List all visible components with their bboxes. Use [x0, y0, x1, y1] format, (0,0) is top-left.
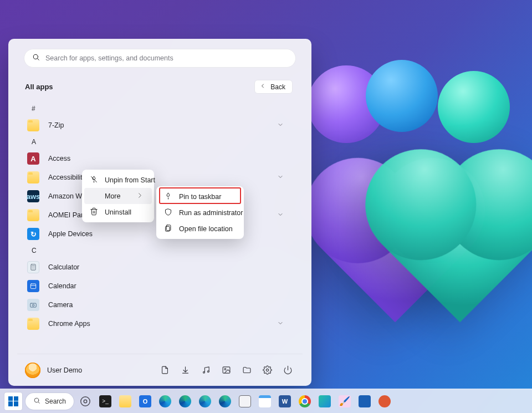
- tb-chrome[interactable]: [296, 393, 313, 410]
- settings-icon[interactable]: [263, 365, 272, 375]
- unpin-icon: [90, 175, 98, 185]
- file-explorer-icon[interactable]: [242, 365, 252, 375]
- start-search[interactable]: [24, 49, 296, 68]
- calculator-icon: [27, 261, 39, 273]
- app-chrome-apps[interactable]: Chrome Apps: [24, 314, 296, 333]
- ctx-label: Pin to taskbar: [179, 193, 221, 201]
- chevron-down-icon: [277, 172, 284, 182]
- tb-edge-3[interactable]: [197, 393, 213, 410]
- user-name: User Demo: [47, 366, 82, 374]
- user-button[interactable]: User Demo: [19, 359, 88, 381]
- app-label: Accessibility: [48, 174, 86, 181]
- tb-notepad[interactable]: [257, 393, 273, 410]
- ctx-pin-to-taskbar[interactable]: Pin to taskbar: [158, 188, 242, 205]
- svg-point-13: [32, 304, 34, 307]
- letter-hash[interactable]: #: [24, 101, 296, 116]
- chevron-left-icon: [259, 83, 266, 91]
- chevron-down-icon: [277, 319, 284, 329]
- svg-rect-18: [223, 367, 230, 373]
- context-menu: Unpin from Start More Uninstall: [82, 170, 154, 222]
- tb-terminal[interactable]: >_: [97, 393, 114, 410]
- chevron-right-icon: [136, 191, 144, 201]
- app-accessibility[interactable]: Accessibility: [24, 168, 296, 187]
- search-icon: [33, 397, 40, 406]
- svg-point-17: [207, 371, 209, 373]
- apple-icon: ↻: [27, 228, 39, 240]
- windows-logo-icon: [8, 396, 18, 406]
- app-label: Apple Devices: [48, 230, 93, 238]
- letter-c[interactable]: C: [24, 243, 296, 258]
- downloads-icon[interactable]: [181, 365, 190, 375]
- ctx-uninstall[interactable]: Uninstall: [84, 204, 152, 220]
- start-button[interactable]: [4, 392, 22, 410]
- tb-app-5[interactable]: [237, 393, 253, 410]
- context-submenu-more: Pin to taskbar Run as administrator Open…: [156, 186, 244, 239]
- start-footer: User Demo: [17, 354, 303, 386]
- tb-edge-1[interactable]: [157, 393, 173, 410]
- chevron-down-icon: [277, 120, 284, 130]
- ctx-unpin-from-start[interactable]: Unpin from Start: [84, 172, 152, 188]
- access-icon: A: [27, 152, 39, 165]
- documents-icon[interactable]: [160, 365, 170, 375]
- svg-rect-10: [30, 284, 35, 289]
- deco-sphere-purple: [308, 65, 385, 143]
- app-7zip[interactable]: 7-Zip: [24, 116, 296, 135]
- svg-rect-12: [30, 303, 37, 307]
- tb-settings[interactable]: [77, 393, 94, 410]
- tb-paint[interactable]: 🖌️: [336, 393, 353, 410]
- svg-point-16: [203, 371, 205, 373]
- ctx-label: Run as administrator: [179, 209, 243, 217]
- deco-heart-teal: [382, 166, 532, 323]
- app-access[interactable]: A Access: [24, 149, 296, 168]
- taskbar: Search >_ O W 🖌️: [0, 389, 532, 413]
- user-avatar-icon: [25, 363, 40, 378]
- svg-point-19: [224, 369, 226, 370]
- search-icon: [32, 53, 40, 63]
- svg-point-25: [34, 398, 39, 402]
- shield-icon: [164, 208, 172, 218]
- taskbar-search[interactable]: Search: [25, 393, 74, 410]
- app-label: Chrome Apps: [48, 320, 90, 328]
- ctx-label: More: [105, 192, 120, 200]
- app-camera[interactable]: Camera: [24, 295, 296, 314]
- taskbar-search-label: Search: [45, 397, 66, 405]
- deco-sphere-blue: [366, 60, 438, 132]
- chevron-down-icon: [277, 210, 284, 220]
- tb-word[interactable]: W: [277, 393, 293, 410]
- calendar-icon: [27, 280, 39, 292]
- ctx-run-as-admin[interactable]: Run as administrator: [158, 205, 242, 221]
- svg-point-27: [84, 400, 87, 403]
- svg-line-26: [38, 401, 39, 402]
- pictures-icon[interactable]: [222, 365, 231, 375]
- tb-outlook[interactable]: O: [137, 393, 154, 410]
- tb-edge-2[interactable]: [177, 393, 193, 410]
- back-button[interactable]: Back: [254, 80, 293, 94]
- tb-duckduckgo[interactable]: [376, 393, 393, 410]
- deco-heart-purple: [321, 174, 470, 323]
- ctx-open-file-location[interactable]: Open file location: [158, 221, 242, 237]
- svg-rect-23: [166, 225, 171, 230]
- tb-explorer[interactable]: [117, 393, 134, 410]
- app-label: Calendar: [48, 282, 76, 290]
- ctx-label: Open file location: [179, 225, 233, 233]
- app-label: Access: [48, 155, 70, 162]
- app-calculator[interactable]: Calculator: [24, 258, 296, 277]
- folder-icon: [27, 119, 39, 131]
- start-search-input[interactable]: [45, 54, 288, 62]
- tb-edge-4[interactable]: [217, 393, 233, 410]
- ctx-more[interactable]: More: [84, 188, 152, 204]
- power-icon[interactable]: [283, 365, 293, 375]
- deco-sphere-teal: [438, 71, 510, 143]
- svg-rect-2: [31, 264, 35, 271]
- all-apps-title: All apps: [25, 83, 53, 91]
- folder-icon: [27, 318, 39, 330]
- app-label: Calculator: [48, 263, 79, 271]
- tb-app-store[interactable]: [316, 393, 333, 410]
- letter-a[interactable]: A: [24, 135, 296, 149]
- ctx-label: Unpin from Start: [105, 176, 155, 184]
- svg-line-1: [38, 59, 39, 60]
- tb-app-blue[interactable]: [356, 393, 373, 410]
- app-calendar[interactable]: Calendar: [24, 277, 296, 295]
- music-icon[interactable]: [201, 365, 211, 375]
- svg-point-0: [33, 54, 38, 59]
